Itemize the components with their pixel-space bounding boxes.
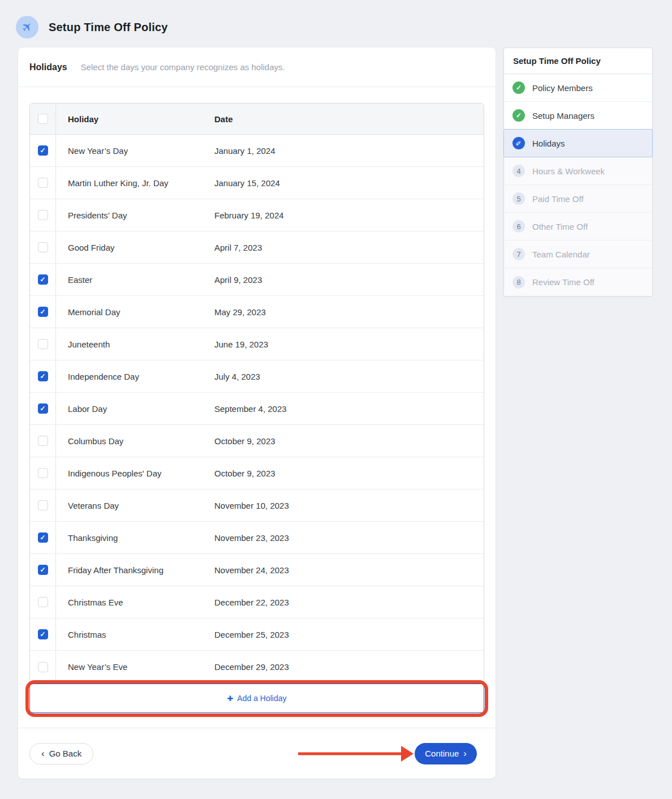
select-all-checkbox[interactable] (38, 114, 48, 124)
go-back-label: Go Back (49, 749, 82, 758)
sidebar-step-policy-members[interactable]: ✓ Policy Members (504, 74, 652, 102)
holiday-name: New Year’s Day (56, 146, 214, 156)
table-row[interactable]: ✓ Martin Luther King, Jr. Day January 15… (30, 167, 484, 199)
sidebar-step-setup-managers[interactable]: ✓ Setup Managers (504, 102, 652, 130)
holiday-name: Easter (56, 275, 214, 285)
row-checkbox[interactable]: ✓ (38, 307, 48, 317)
sidebar-step-team-calendar[interactable]: 7 Team Calendar (504, 240, 652, 268)
holiday-name: Columbus Day (56, 436, 214, 446)
row-checkbox[interactable]: ✓ (38, 532, 48, 543)
table-row[interactable]: ✓ Presidents’ Day February 19, 2024 (30, 199, 484, 231)
row-checkbox[interactable]: ✓ (38, 500, 48, 510)
table-body: ✓ New Year’s Day January 1, 2024 ✓ Marti… (30, 135, 484, 683)
holiday-name: Veterans Day (56, 501, 214, 510)
row-checkbox[interactable]: ✓ (38, 468, 48, 478)
holiday-date: April 9, 2023 (214, 275, 484, 285)
holiday-name: Thanksgiving (56, 533, 214, 543)
holiday-date: December 22, 2023 (214, 598, 484, 607)
table-row[interactable]: ✓ Independence Day July 4, 2023 (30, 360, 484, 393)
table-row[interactable]: ✓ New Year’s Day January 1, 2024 (30, 135, 484, 167)
row-checkbox[interactable]: ✓ (38, 403, 48, 414)
table-row[interactable]: ✓ Veterans Day November 10, 2023 (30, 489, 484, 522)
row-checkbox[interactable]: ✓ (38, 242, 48, 252)
sidebar-steps: ✓ Policy Members ✓ Setup Managers ✎ Holi… (504, 74, 652, 296)
section-title: Holidays (29, 62, 67, 72)
sidebar-step-paid-time-off[interactable]: 5 Paid Time Off (504, 185, 652, 213)
step-label: Policy Members (532, 83, 593, 93)
table-row[interactable]: ✓ Friday After Thanksgiving November 24,… (30, 554, 484, 586)
arrow-shaft (298, 752, 401, 755)
check-icon: ✓ (40, 566, 45, 573)
holiday-date: January 1, 2024 (214, 146, 484, 156)
check-icon: ✓ (40, 147, 45, 154)
table-row[interactable]: ✓ Juneteenth June 19, 2023 (30, 328, 484, 360)
airplane-icon: ✈ (19, 19, 36, 36)
check-icon: ✓ (40, 276, 45, 283)
sidebar-step-holidays[interactable]: ✎ Holidays (503, 129, 653, 157)
sidebar-step-other-time-off[interactable]: 6 Other Time Off (504, 213, 652, 240)
row-checkbox[interactable]: ✓ (38, 436, 48, 446)
holiday-date: December 25, 2023 (214, 630, 484, 639)
table-row[interactable]: ✓ Easter April 9, 2023 (30, 264, 484, 296)
holiday-name: Presidents’ Day (56, 211, 214, 220)
row-checkbox[interactable]: ✓ (38, 145, 48, 156)
holiday-date: April 7, 2023 (214, 243, 484, 252)
card-footer: ‹ Go Back Continue › (18, 728, 496, 779)
app-logo: ✈ (16, 16, 38, 38)
row-checkbox-cell: ✓ (30, 264, 56, 295)
row-checkbox[interactable]: ✓ (38, 210, 48, 220)
holiday-name: Labor Day (56, 404, 214, 414)
row-checkbox[interactable]: ✓ (38, 597, 48, 607)
chevron-right-icon: › (463, 749, 467, 758)
step-label: Team Calendar (532, 250, 590, 259)
sidebar-title: Setup Time Off Policy (504, 48, 652, 74)
continue-button[interactable]: Continue › (415, 743, 477, 764)
add-holiday-button[interactable]: ✚ Add a Holiday (29, 684, 484, 713)
table-row[interactable]: ✓ Good Friday April 7, 2023 (30, 231, 484, 264)
holiday-date: July 4, 2023 (214, 372, 484, 381)
table-row[interactable]: ✓ New Year’s Eve December 29, 2023 (30, 651, 484, 683)
select-all-cell (30, 104, 56, 134)
add-holiday-wrap: ✚ Add a Holiday (29, 684, 484, 713)
row-checkbox[interactable]: ✓ (38, 339, 48, 349)
row-checkbox-cell: ✓ (30, 489, 56, 521)
holiday-date: February 19, 2024 (214, 211, 484, 220)
check-icon: ✓ (40, 373, 45, 380)
holiday-name: New Year’s Eve (56, 662, 214, 672)
row-checkbox[interactable]: ✓ (38, 629, 48, 639)
row-checkbox-cell: ✓ (30, 231, 56, 263)
row-checkbox-cell: ✓ (30, 586, 56, 618)
row-checkbox[interactable]: ✓ (38, 178, 48, 188)
steps-sidebar: Setup Time Off Policy ✓ Policy Members ✓… (503, 48, 653, 297)
row-checkbox[interactable]: ✓ (38, 371, 48, 381)
step-number-badge: 5 (512, 192, 525, 205)
chevron-left-icon: ‹ (41, 749, 45, 758)
plus-icon: ✚ (227, 695, 233, 702)
row-checkbox-cell: ✓ (30, 328, 56, 360)
table-row[interactable]: ✓ Columbus Day October 9, 2023 (30, 425, 484, 457)
sidebar-step-hours-workweek[interactable]: 4 Hours & Workweek (504, 157, 652, 185)
step-number-badge: 8 (512, 276, 525, 289)
column-header-holiday: Holiday (56, 114, 214, 124)
sidebar-step-review-time-off[interactable]: 8 Review Time Off (504, 268, 652, 296)
holidays-table: Holiday Date ✓ New Year’s Day January 1,… (29, 103, 484, 684)
row-checkbox-cell: ✓ (30, 360, 56, 392)
go-back-button[interactable]: ‹ Go Back (29, 743, 93, 764)
table-row[interactable]: ✓ Christmas December 25, 2023 (30, 618, 484, 651)
step-badge: ✎ (512, 137, 525, 149)
row-checkbox[interactable]: ✓ (38, 662, 48, 672)
row-checkbox-cell: ✓ (30, 522, 56, 553)
table-row[interactable]: ✓ Indigenous Peoples' Day October 9, 202… (30, 457, 484, 489)
row-checkbox-cell: ✓ (30, 296, 56, 328)
step-label: Other Time Off (532, 222, 588, 231)
row-checkbox[interactable]: ✓ (38, 565, 48, 575)
step-label: Review Time Off (532, 277, 595, 287)
row-checkbox[interactable]: ✓ (38, 274, 48, 285)
holiday-date: January 15, 2024 (214, 178, 484, 188)
pencil-icon: ✎ (515, 140, 522, 146)
table-row[interactable]: ✓ Thanksgiving November 23, 2023 (30, 522, 484, 554)
row-checkbox-cell: ✓ (30, 618, 56, 650)
table-row[interactable]: ✓ Labor Day September 4, 2023 (30, 393, 484, 425)
table-row[interactable]: ✓ Christmas Eve December 22, 2023 (30, 586, 484, 618)
table-row[interactable]: ✓ Memorial Day May 29, 2023 (30, 296, 484, 328)
